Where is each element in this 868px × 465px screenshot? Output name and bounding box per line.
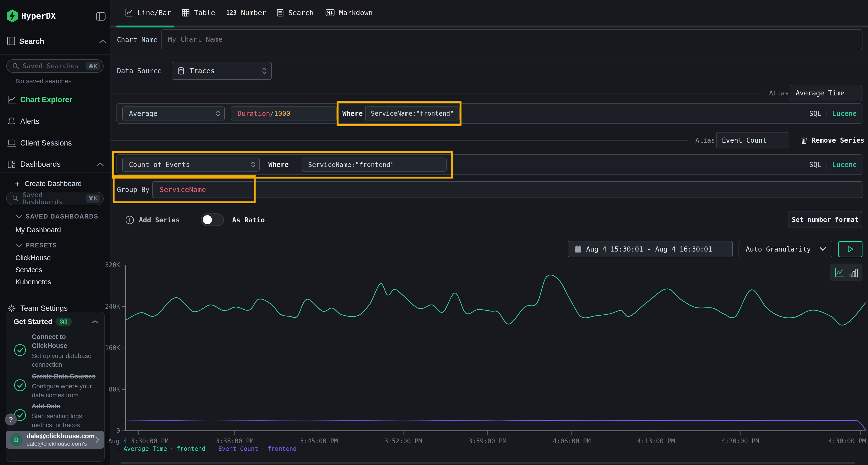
legend-series-group[interactable]: frontend (268, 445, 297, 452)
series1-field-input[interactable]: Duration/1000 (231, 106, 337, 121)
select-updown-icon (261, 67, 267, 75)
avatar: D (10, 433, 23, 446)
tab-active-underline (117, 26, 174, 28)
series1-alias-input[interactable] (790, 85, 863, 101)
chevron-up-icon[interactable] (99, 39, 106, 45)
sidebar-item-clickhouse[interactable]: ClickHouse (16, 254, 51, 262)
data-source-select[interactable]: Traces (172, 62, 272, 80)
chart-legend: — Average Time · frontend — Event Count … (117, 445, 297, 452)
trash-icon (801, 136, 808, 144)
series2-where-input[interactable] (302, 158, 446, 171)
chart-name-input[interactable] (161, 29, 863, 49)
chart-name-input-field[interactable] (161, 35, 862, 44)
legend-series-name[interactable]: Average Time (123, 445, 167, 452)
sidebar-section-search[interactable]: Search (19, 37, 44, 46)
series1-where-field[interactable] (366, 110, 459, 117)
group-by-input[interactable] (152, 181, 863, 198)
sidebar-item-client-sessions[interactable]: Client Sessions (0, 136, 111, 150)
chevron-down-icon (16, 214, 22, 219)
tab-line-bar[interactable]: Line/Bar (125, 0, 171, 26)
svg-text:4:30:00 PM: 4:30:00 PM (828, 437, 866, 445)
get-started-item[interactable]: Connect to ClickHouseSet up your databas… (13, 332, 98, 369)
svg-text:4:13:00 PM: 4:13:00 PM (637, 437, 675, 445)
saved-searches-placeholder: Saved Searches (23, 62, 79, 70)
lucene-toggle[interactable]: Lucene (832, 161, 857, 169)
sidebar-item-my-dashboard[interactable]: My Dashboard (16, 226, 61, 234)
series1-alias-field[interactable] (790, 89, 862, 97)
series2-alias-field[interactable] (717, 136, 788, 144)
sidebar-item-services[interactable]: Services (16, 266, 42, 274)
sidebar-collapse-icon[interactable] (95, 10, 106, 22)
line-chart-icon (7, 95, 16, 104)
get-started-item-title: Add Data (32, 402, 94, 411)
legend-series-name[interactable]: Event Count (218, 445, 258, 452)
horizontal-scrollbar[interactable] (121, 462, 855, 464)
section-divider (111, 56, 868, 56)
svg-text:160K: 160K (105, 344, 120, 352)
series2-aggregation-select[interactable]: Count of Events (122, 158, 260, 171)
date-range-picker[interactable]: Aug 4 15:30:01 - Aug 4 16:30:01 (568, 241, 733, 257)
help-button[interactable]: ? (5, 413, 17, 426)
run-query-button[interactable] (838, 241, 863, 257)
group-by-field[interactable] (153, 185, 862, 194)
get-started-item[interactable]: Create Data SourcesConfigure where your … (13, 372, 98, 400)
sidebar-item-chart-explorer[interactable]: Chart Explorer (0, 93, 111, 106)
chevron-up-icon[interactable] (96, 162, 104, 167)
select-updown-icon (216, 110, 220, 117)
main-content: Line/Bar Table 123 Number Search Markdow… (111, 0, 868, 465)
shortcut-badge: ⌘K (86, 62, 100, 70)
play-icon (847, 245, 854, 253)
tab-table[interactable]: Table (182, 0, 215, 26)
series2-where-field[interactable] (302, 161, 446, 169)
dashboards-grid-icon (7, 160, 16, 169)
circle-plus-icon (125, 215, 134, 225)
chevron-down-icon (819, 247, 827, 252)
lucene-toggle[interactable]: Lucene (832, 110, 857, 118)
saved-searches-input[interactable]: Saved Searches ⌘K (6, 59, 104, 73)
chart-line-average-time (125, 275, 866, 325)
sidebar-item-kubernetes[interactable]: Kubernetes (16, 278, 51, 286)
hyperdx-app: HyperDX Search Saved Searches ⌘K No save… (0, 0, 868, 465)
get-started-item[interactable]: Add DataStart sending logs, metrics, or … (13, 402, 98, 430)
legend-dash: — (117, 445, 121, 452)
document-list-icon (276, 9, 284, 17)
saved-dashboards-input[interactable]: Saved Dashboards ⌘K (6, 192, 104, 205)
svg-text:3:59:00 PM: 3:59:00 PM (469, 437, 506, 445)
granularity-select[interactable]: Auto Granularity (739, 241, 832, 257)
line-chart-icon (125, 9, 133, 17)
no-saved-searches-text: No saved searches (16, 77, 72, 85)
sidebar-item-dashboards[interactable]: Dashboards (0, 158, 111, 171)
tab-number[interactable]: 123 Number (226, 0, 266, 26)
saved-dashboards-header[interactable]: SAVED DASHBOARDS (16, 213, 98, 220)
series2-alias-input[interactable] (716, 132, 788, 148)
sidebar-item-alerts[interactable]: Alerts (0, 115, 111, 128)
series1-where-label: Where (342, 104, 363, 123)
as-ratio-toggle[interactable] (201, 213, 224, 226)
date-range-text: Aug 4 15:30:01 - Aug 4 16:30:01 (586, 245, 712, 253)
bell-icon (7, 117, 16, 126)
tab-markdown[interactable]: Markdown (326, 0, 373, 26)
legend-series-group[interactable]: frontend (177, 445, 206, 452)
hyperdx-logo-icon (6, 9, 18, 23)
markdown-icon (326, 9, 335, 16)
number-123-icon: 123 (226, 9, 237, 16)
series1-where-input[interactable] (365, 106, 460, 121)
series1-row: Average Duration/1000 Where SQL | Lucene (117, 103, 863, 124)
svg-text:4:20:00 PM: 4:20:00 PM (721, 437, 759, 445)
user-menu[interactable]: D dale@clickhouse.com dale@clickhouse.co… (6, 431, 104, 449)
laptop-icon (7, 139, 17, 147)
set-number-format-button[interactable]: Set number format (788, 211, 862, 227)
sql-toggle[interactable]: SQL (809, 161, 822, 169)
presets-header[interactable]: PRESETS (16, 242, 57, 249)
create-dashboard-button[interactable]: + Create Dashboard (0, 177, 111, 190)
sidebar-divider (0, 172, 111, 172)
add-series-button[interactable]: Add Series (125, 212, 180, 228)
series1-aggregation-select[interactable]: Average (122, 106, 225, 121)
tab-search[interactable]: Search (276, 0, 314, 26)
plus-icon: + (15, 179, 20, 189)
sql-toggle[interactable]: SQL (809, 110, 822, 118)
timeseries-chart[interactable]: 080K160K240K320KAug 4 3:30:00 PM3:38:00 … (111, 255, 868, 465)
remove-series-button[interactable]: Remove Series (801, 132, 864, 148)
series2-row: Count of Events Where SQL | Lucene (117, 154, 863, 175)
chevron-up-icon[interactable] (91, 320, 99, 324)
